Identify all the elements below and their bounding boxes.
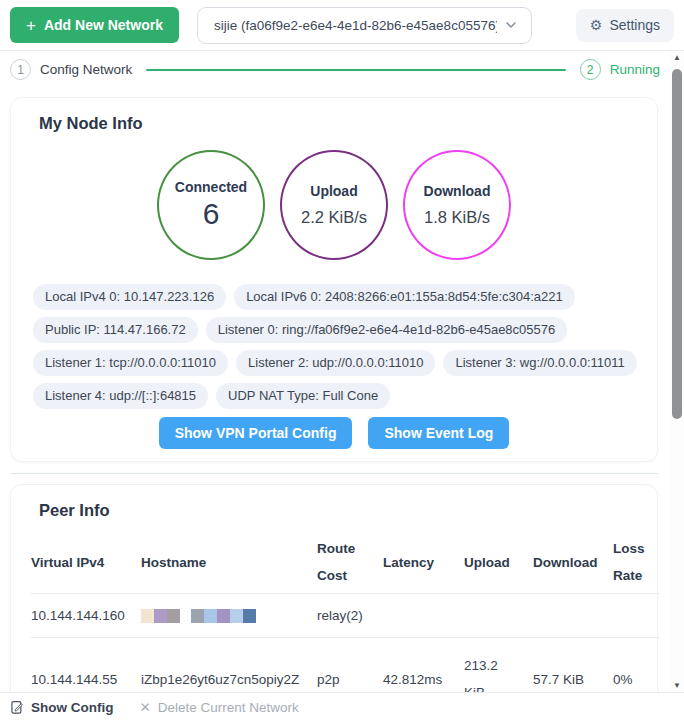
network-select-dropdown[interactable]: sijie (fa06f9e2-e6e4-4e1d-82b6-e45ae8c05… bbox=[197, 7, 532, 44]
delete-current-network-button[interactable]: ✕ Delete Current Network bbox=[139, 699, 298, 715]
node-detail-chips: Local IPv4 0: 10.147.223.126 Local IPv6 … bbox=[31, 284, 637, 409]
main-content: 1 Config Network 2 Running My Node Info … bbox=[0, 51, 684, 692]
peer-info-title: Peer Info bbox=[31, 499, 637, 521]
upload-stat-label: Upload bbox=[310, 183, 357, 199]
show-event-log-button[interactable]: Show Event Log bbox=[368, 417, 509, 449]
chip-local-ipv6: Local IPv6 0: 2408:8266:e01:155a:8d54:5f… bbox=[234, 284, 575, 310]
chevron-down-icon bbox=[505, 19, 517, 31]
chip-listener-3: Listener 3: wg://0.0.0.0:11011 bbox=[443, 350, 636, 376]
peer-download bbox=[533, 594, 613, 638]
network-stepper: 1 Config Network 2 Running bbox=[0, 51, 670, 88]
peer-latency: 42.812ms bbox=[383, 638, 464, 693]
show-config-button[interactable]: Show Config bbox=[10, 700, 113, 715]
chip-listener-4: Listener 4: udp://[::]:64815 bbox=[33, 383, 208, 409]
chip-listener-0: Listener 0: ring://fa06f9e2-e6e4-4e1d-82… bbox=[206, 317, 568, 343]
peer-upload bbox=[464, 594, 533, 638]
col-latency: Latency bbox=[383, 531, 464, 594]
redacted-block bbox=[217, 609, 230, 623]
close-icon: ✕ bbox=[139, 699, 150, 715]
chip-row: Public IP: 114.47.166.72 Listener 0: rin… bbox=[33, 317, 637, 343]
section-divider bbox=[10, 473, 658, 474]
peer-row: 10.144.144.160 bbox=[31, 594, 659, 638]
col-route-cost: Route Cost bbox=[317, 531, 383, 594]
connected-stat-circle: Connected 6 bbox=[157, 150, 265, 260]
peer-hostname: iZbp1e26yt6uz7cn5opiy2Z bbox=[141, 638, 317, 693]
my-node-info-title: My Node Info bbox=[31, 112, 637, 134]
col-virtual-ipv4: Virtual IPv4 bbox=[31, 531, 141, 594]
step-2-label: Running bbox=[610, 62, 660, 77]
node-actions: Show VPN Portal Config Show Event Log bbox=[31, 417, 637, 449]
chip-listener-1: Listener 1: tcp://0.0.0.0:11010 bbox=[33, 350, 228, 376]
redacted-block bbox=[154, 609, 167, 623]
scroll-up-arrow-icon[interactable]: ▲ bbox=[673, 51, 681, 64]
peer-loss-rate: 0% bbox=[613, 638, 659, 693]
scroll-area: 1 Config Network 2 Running My Node Info … bbox=[0, 51, 670, 692]
network-select-value: sijie (fa06f9e2-e6e4-4e1d-82b6-e45ae8c05… bbox=[214, 18, 497, 33]
chip-udp-nat-type: UDP NAT Type: Full Cone bbox=[216, 383, 390, 409]
peer-latency bbox=[383, 594, 464, 638]
peer-upload: 213.2 KiB bbox=[464, 638, 533, 693]
config-file-icon bbox=[10, 700, 24, 715]
footer-toolbar: Show Config ✕ Delete Current Network bbox=[0, 692, 684, 721]
redacted-block bbox=[167, 609, 180, 623]
peer-virtual-ipv4: 10.144.144.55 bbox=[31, 638, 141, 693]
col-loss-rate: Loss Rate bbox=[613, 531, 659, 594]
connected-stat-label: Connected bbox=[175, 179, 247, 195]
col-download: Download bbox=[533, 531, 613, 594]
step-1-number: 1 bbox=[17, 63, 24, 77]
step-2-circle: 2 bbox=[580, 59, 601, 80]
peer-row: 10.144.144.55 iZbp1e26yt6uz7cn5opiy2Z p2… bbox=[31, 638, 659, 693]
peer-upload-value: 213.2 KiB bbox=[464, 652, 512, 692]
show-config-label: Show Config bbox=[31, 700, 113, 715]
show-vpn-portal-config-button[interactable]: Show VPN Portal Config bbox=[159, 417, 353, 449]
easytier-app-window: + Add New Network sijie (fa06f9e2-e6e4-4… bbox=[0, 0, 684, 721]
chip-row: Listener 4: udp://[::]:64815 UDP NAT Typ… bbox=[33, 383, 637, 409]
peer-info-card: Peer Info Virtual IPv4 Hostname Route Co… bbox=[10, 484, 658, 692]
col-hostname: Hostname bbox=[141, 531, 317, 594]
download-stat-value: 1.8 KiB/s bbox=[424, 208, 490, 227]
my-node-info-card: My Node Info Connected 6 Upload 2.2 KiB/… bbox=[10, 97, 658, 462]
redacted-block bbox=[204, 609, 217, 623]
redacted-block bbox=[191, 609, 204, 623]
scrollbar-thumb[interactable] bbox=[672, 69, 682, 419]
settings-label: Settings bbox=[609, 17, 660, 33]
download-stat-circle: Download 1.8 KiB/s bbox=[403, 150, 511, 260]
scrollbar-track[interactable] bbox=[670, 64, 684, 679]
top-toolbar: + Add New Network sijie (fa06f9e2-e6e4-4… bbox=[0, 0, 684, 51]
chip-public-ip: Public IP: 114.47.166.72 bbox=[33, 317, 198, 343]
peer-route-cost: p2p bbox=[317, 638, 383, 693]
peer-table-header-row: Virtual IPv4 Hostname Route Cost Latency… bbox=[31, 531, 659, 594]
redacted-block bbox=[230, 609, 243, 623]
peer-virtual-ipv4: 10.144.144.160 bbox=[31, 594, 141, 638]
peer-table: Virtual IPv4 Hostname Route Cost Latency… bbox=[31, 531, 659, 692]
settings-button[interactable]: ⚙ Settings bbox=[576, 9, 674, 42]
step-2-number: 2 bbox=[587, 63, 594, 77]
upload-stat-value: 2.2 KiB/s bbox=[301, 208, 367, 227]
redacted-gap bbox=[180, 609, 191, 623]
peer-hostname-redacted bbox=[141, 594, 317, 638]
node-stats: Connected 6 Upload 2.2 KiB/s Download 1.… bbox=[31, 150, 637, 260]
redacted-block bbox=[141, 609, 154, 623]
col-upload: Upload bbox=[464, 531, 533, 594]
plus-icon: + bbox=[26, 17, 36, 34]
vertical-scrollbar[interactable]: ▲ ▼ bbox=[670, 51, 684, 692]
delete-network-label: Delete Current Network bbox=[158, 700, 299, 715]
gear-icon: ⚙ bbox=[590, 18, 603, 32]
chip-local-ipv4: Local IPv4 0: 10.147.223.126 bbox=[33, 284, 226, 310]
step-1-circle: 1 bbox=[10, 59, 31, 80]
download-stat-label: Download bbox=[424, 183, 491, 199]
step-1-label: Config Network bbox=[40, 62, 132, 77]
add-new-network-label: Add New Network bbox=[44, 17, 163, 33]
chip-row: Listener 1: tcp://0.0.0.0:11010 Listener… bbox=[33, 350, 637, 376]
connected-stat-value: 6 bbox=[203, 197, 220, 231]
add-new-network-button[interactable]: + Add New Network bbox=[10, 7, 179, 43]
peer-download: 57.7 KiB bbox=[533, 638, 613, 693]
scroll-down-arrow-icon[interactable]: ▼ bbox=[673, 679, 681, 692]
peer-route-cost: relay(2) bbox=[317, 594, 383, 638]
peer-loss-rate bbox=[613, 594, 659, 638]
upload-stat-circle: Upload 2.2 KiB/s bbox=[280, 150, 388, 260]
redacted-block bbox=[243, 609, 256, 623]
redacted-hostname-blocks bbox=[141, 609, 311, 623]
stepper-progress-line bbox=[146, 69, 565, 71]
chip-listener-2: Listener 2: udp://0.0.0.0:11010 bbox=[236, 350, 435, 376]
